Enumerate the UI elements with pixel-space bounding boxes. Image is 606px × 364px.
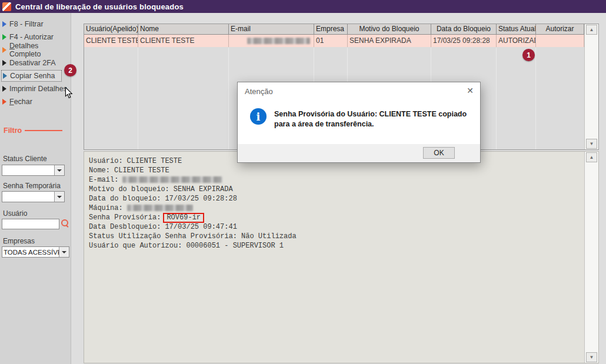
table-scrollbar[interactable]: ▲ ▼ xyxy=(584,24,598,149)
triangle-right-icon xyxy=(2,60,6,66)
column-header-empresa[interactable]: Empresa xyxy=(314,24,348,35)
scroll-down-icon[interactable]: ▼ xyxy=(586,139,597,149)
cell-autorizar xyxy=(536,35,584,47)
filter-section-heading: Filtro xyxy=(4,126,62,135)
dialog-message: Senha Provisória do Usuário: CLIENTE TES… xyxy=(274,109,477,129)
details-text: Usuário:CLIENTE TESTE Nome:CLIENTE TESTE… xyxy=(89,156,581,251)
close-icon[interactable]: ✕ xyxy=(467,86,474,95)
triangle-right-icon xyxy=(2,21,6,27)
senha-temporaria-label: Senha Temporária xyxy=(3,182,61,190)
empresas-value: TODAS ACESSÍVEIS xyxy=(2,249,59,256)
redacted-email xyxy=(247,38,310,44)
senha-provisoria-value: ROV69-ir xyxy=(167,213,201,222)
chevron-down-icon[interactable] xyxy=(54,165,64,175)
detail-line-nome: Nome:CLIENTE TESTE xyxy=(89,166,581,175)
triangle-right-icon xyxy=(2,86,6,92)
menu-item-f4-autorizar[interactable]: F4 - Autorizar xyxy=(1,31,69,43)
menu-item-imprimir-detalhes[interactable]: Imprimir Detalhes xyxy=(1,83,69,95)
triangle-right-icon xyxy=(2,99,6,105)
cell-motivo: SENHA EXPIRADA xyxy=(348,35,431,47)
menu-item-label: Detalhes Completo xyxy=(9,42,69,58)
mouse-cursor-icon xyxy=(65,87,73,99)
highlight-box: ROV69-ir xyxy=(163,213,204,223)
chevron-down-icon[interactable] xyxy=(54,192,64,202)
detail-line-usuario-autorizou: Usuário que Autorizou:00006051 - SUPERVI… xyxy=(89,241,581,251)
annotation-badge-1: 1 xyxy=(522,49,535,61)
detail-line-status-utilizacao: Status Utilização Senha Provisória:Não U… xyxy=(89,232,581,241)
detail-line-email: E-mail: xyxy=(89,175,581,185)
details-scrollbar[interactable]: ▲ ▼ xyxy=(584,152,598,363)
scroll-down-icon[interactable]: ▼ xyxy=(586,352,597,362)
menu-item-fechar[interactable]: Fechar xyxy=(1,96,69,108)
menu-item-f8-filtrar[interactable]: F8 - Filtrar xyxy=(1,18,69,30)
column-header-autorizar[interactable]: Autorizar xyxy=(536,24,584,35)
detail-line-maquina: Máquina: xyxy=(89,203,581,213)
menu-item-label: Copiar Senha xyxy=(10,72,55,80)
info-icon: i xyxy=(250,108,267,125)
menu-item-label: Desativar 2FA xyxy=(9,59,56,67)
chevron-down-icon[interactable] xyxy=(59,247,69,257)
usuario-input[interactable] xyxy=(2,219,59,229)
menu-item-label: Imprimir Detalhes xyxy=(9,85,67,93)
window-title: Central de liberação de usuários bloquea… xyxy=(15,2,184,11)
detail-line-senha-provisoria: Senha Provisória:ROV69-ir xyxy=(89,213,581,222)
cell-nome: CLIENTE TESTE xyxy=(138,35,229,47)
redacted-email xyxy=(122,176,222,183)
status-cliente-label: Status Cliente xyxy=(3,155,47,163)
senha-temporaria-select[interactable] xyxy=(2,191,65,202)
empresas-select[interactable]: TODAS ACESSÍVEIS xyxy=(2,246,69,258)
cell-empresa: 01 xyxy=(314,35,348,47)
menu-item-label: F4 - Autorizar xyxy=(9,33,54,41)
dialog-footer: OK xyxy=(238,144,480,162)
menu-item-label: Fechar xyxy=(9,98,32,106)
table-row[interactable]: CLIENTE TESTE CLIENTE TESTE 01 SENHA EXP… xyxy=(84,35,598,47)
scroll-up-icon[interactable]: ▲ xyxy=(586,25,597,35)
triangle-right-icon xyxy=(3,73,7,79)
cell-usuario: CLIENTE TESTE xyxy=(84,35,138,47)
app-window: Central de liberação de usuários bloquea… xyxy=(0,0,606,364)
empresas-label: Empresas xyxy=(3,237,35,245)
divider xyxy=(25,130,62,131)
triangle-right-icon xyxy=(2,34,6,40)
sidebar-menu: F8 - Filtrar F4 - Autorizar Detalhes Com… xyxy=(1,18,69,109)
column-header-motivo[interactable]: Motivo do Bloqueio xyxy=(348,24,431,35)
menu-item-copiar-senha[interactable]: Copiar Senha xyxy=(1,70,62,82)
redacted-machine xyxy=(127,205,193,211)
app-icon xyxy=(2,2,11,11)
scroll-up-icon[interactable]: ▲ xyxy=(586,152,597,162)
column-header-status-atual[interactable]: Status Atual xyxy=(497,24,536,35)
detail-line-data-desbloqueio: Data Desbloqueio:17/03/25 09:47:41 xyxy=(89,222,581,232)
column-header-usuario[interactable]: Usuário(Apelido) xyxy=(84,24,138,35)
triangle-right-icon xyxy=(2,47,6,53)
usuario-label: Usuário xyxy=(3,209,27,218)
annotation-badge-2: 2 xyxy=(64,64,76,76)
menu-item-detalhes-completo[interactable]: Detalhes Completo xyxy=(1,44,69,56)
search-icon[interactable] xyxy=(61,219,69,228)
column-header-data-bloqueio[interactable]: Data do Bloqueio xyxy=(431,24,497,35)
ok-button[interactable]: OK xyxy=(423,147,455,159)
cell-email xyxy=(229,35,314,47)
details-panel: Usuário:CLIENTE TESTE Nome:CLIENTE TESTE… xyxy=(84,151,599,363)
detail-line-data-bloqueio: Data do bloqueio:17/03/25 09:28:28 xyxy=(89,194,581,203)
status-cliente-select[interactable] xyxy=(2,165,65,176)
cell-data-bloqueio: 17/03/25 09:28:28 xyxy=(431,35,497,47)
title-bar: Central de liberação de usuários bloquea… xyxy=(0,0,606,13)
menu-item-desativar-2fa[interactable]: Desativar 2FA xyxy=(1,57,69,69)
cell-status-atual: AUTORIZADO xyxy=(497,35,536,47)
dialog-title: Atenção xyxy=(245,87,273,96)
menu-item-label: F8 - Filtrar xyxy=(9,20,44,28)
attention-dialog: Atenção ✕ i Senha Provisória do Usuário:… xyxy=(237,82,481,163)
column-header-nome[interactable]: Nome xyxy=(138,24,229,35)
sidebar: F8 - Filtrar F4 - Autorizar Detalhes Com… xyxy=(0,13,71,364)
table-header-row: Usuário(Apelido) Nome E-mail Empresa Mot… xyxy=(84,24,598,35)
column-header-email[interactable]: E-mail xyxy=(229,24,314,35)
detail-line-motivo: Motivo do bloqueio:SENHA EXPIRADA xyxy=(89,185,581,194)
